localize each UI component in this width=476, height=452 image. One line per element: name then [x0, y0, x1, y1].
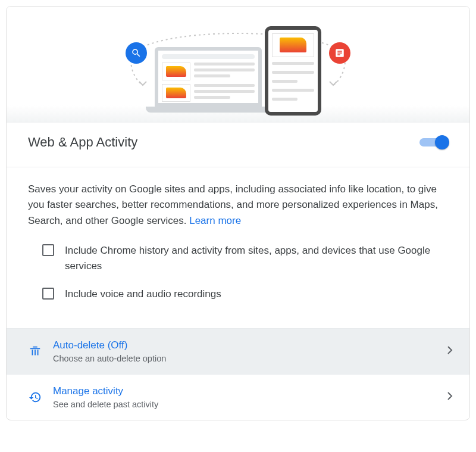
activity-card: Web & App Activity Saves your activity o… [6, 6, 470, 420]
row-subtitle: Choose an auto-delete option [53, 354, 447, 363]
auto-delete-icon [28, 344, 42, 359]
article-icon [329, 42, 350, 64]
auto-delete-row[interactable]: Auto-delete (Off) Choose an auto-delete … [7, 328, 469, 374]
checkbox[interactable] [42, 288, 54, 300]
section-title: Web & App Activity [28, 135, 137, 150]
phone-illustration [265, 26, 321, 116]
hero-illustration [7, 7, 469, 123]
row-subtitle: See and delete past activity [53, 400, 447, 409]
checkbox[interactable] [42, 244, 54, 256]
sub-options: Include Chrome history and activity from… [7, 232, 469, 328]
activity-toggle[interactable] [419, 135, 448, 149]
section-header: Web & App Activity [7, 123, 469, 167]
row-title: Manage activity [53, 385, 447, 397]
option-chrome-history[interactable]: Include Chrome history and activity from… [42, 243, 448, 273]
option-label: Include Chrome history and activity from… [65, 243, 448, 273]
history-icon [28, 390, 42, 404]
laptop-illustration [155, 47, 268, 113]
search-icon [126, 42, 147, 64]
learn-more-link[interactable]: Learn more [189, 215, 241, 226]
option-label: Include voice and audio recordings [65, 286, 221, 302]
manage-activity-row[interactable]: Manage activity See and delete past acti… [7, 374, 469, 420]
chevron-right-icon [447, 391, 453, 403]
row-title: Auto-delete (Off) [53, 339, 447, 351]
option-voice-audio[interactable]: Include voice and audio recordings [42, 286, 448, 302]
devices-illustration [155, 29, 321, 119]
description: Saves your activity on Google sites and … [7, 167, 469, 232]
chevron-right-icon [447, 345, 453, 357]
